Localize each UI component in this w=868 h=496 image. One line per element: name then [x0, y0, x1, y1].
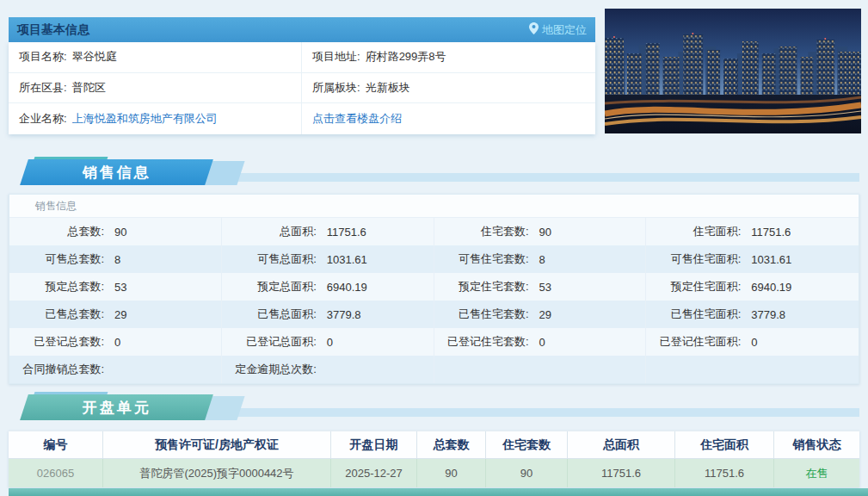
sales-cell: 住宅套数:90 [434, 218, 647, 245]
field-project-address: 项目地址: 府村路299弄8号 [301, 42, 595, 73]
sales-field-value: 90 [114, 226, 126, 239]
sales-field-label: 已登记总面积: [222, 334, 317, 350]
sales-cell: 预定总套数:53 [9, 273, 222, 301]
sales-field-value: 8 [114, 253, 120, 266]
opening-units-table: 编号 预售许可证/房地产权证 开盘日期 总套数 住宅套数 总面积 住宅面积 销售… [9, 431, 859, 487]
sales-field-value: 3779.8 [751, 308, 785, 321]
bottom-bar [9, 488, 868, 496]
sales-field-value: 8 [539, 253, 545, 266]
field-label: 企业名称: [19, 111, 67, 127]
sales-field-value: 53 [539, 281, 551, 294]
project-photo [605, 9, 861, 133]
sales-cell: 已售总套数:29 [9, 301, 222, 328]
sales-field-label: 已登记总套数: [9, 334, 104, 350]
field-block: 所属板块: 光新板块 [301, 73, 595, 104]
sales-cell: 预定住宅套数:53 [434, 273, 647, 301]
cityscape-image [605, 9, 861, 133]
sales-field-value: 90 [539, 226, 551, 239]
sales-info-table: 销售信息 总套数:90 总面积:11751.6 住宅套数:90 住宅面积:117… [9, 194, 859, 384]
opening-table-row: 026065 普陀房管(2025)预字0000442号 2025-12-27 9… [9, 459, 859, 487]
project-section-title: 项目基本信息 [17, 22, 89, 38]
project-info-header: 项目基本信息 地图定位 [9, 17, 595, 42]
header-cell-status: 销售状态 [774, 431, 859, 458]
sales-field-value: 53 [114, 281, 126, 294]
sales-row-total: 总套数:90 总面积:11751.6 住宅套数:90 住宅面积:11751.6 [9, 218, 859, 245]
cell-residential-units: 90 [486, 459, 568, 487]
sales-field-label: 预定住宅套数: [434, 279, 529, 294]
cell-total-area: 11751.6 [568, 459, 675, 487]
sales-field-label: 已售总面积: [222, 307, 317, 322]
sales-field-value: 6940.19 [751, 281, 791, 294]
cell-residential-area: 11751.6 [675, 459, 774, 487]
sales-field-label: 可售住宅面积: [646, 251, 741, 267]
sales-cell: 定金逾期总次数: [222, 356, 434, 383]
header-cell-date: 开盘日期 [331, 431, 417, 458]
header-cell-residential-area: 住宅面积 [675, 431, 774, 458]
sales-row-reserved: 预定总套数:53 预定总面积:6940.19 预定住宅套数:53 预定住宅面积:… [9, 273, 859, 301]
header-cell-residential-units: 住宅套数 [486, 431, 568, 458]
sales-cell: 可售总套数:8 [9, 245, 222, 273]
sales-cell: 总套数:90 [9, 218, 222, 245]
sales-cell [434, 356, 647, 383]
ribbon-line [211, 408, 859, 417]
map-locate-link[interactable]: 地图定位 [529, 22, 587, 38]
sales-field-label: 可售总面积: [222, 251, 317, 267]
sales-field-label: 已登记住宅面积: [646, 334, 741, 350]
map-pin-icon [529, 22, 539, 37]
cell-number: 026065 [9, 459, 103, 487]
field-project-name: 项目名称: 翠谷悦庭 [9, 42, 301, 73]
sales-section-banner: 销售信息 [9, 158, 859, 186]
field-value: 普陀区 [72, 80, 106, 96]
field-value: 光新板块 [366, 80, 410, 96]
sales-field-label: 已售住宅套数: [434, 307, 529, 322]
sales-cell: 合同撤销总套数: [9, 356, 222, 383]
sales-field-label: 合同撤销总套数: [9, 362, 104, 377]
sales-field-label: 总面积: [222, 224, 317, 239]
sales-field-label: 预定住宅面积: [646, 279, 741, 294]
sales-cell: 总面积:11751.6 [222, 218, 434, 245]
sales-field-value: 11751.6 [327, 226, 366, 239]
company-link[interactable]: 上海悦盈和筑房地产有限公司 [72, 111, 218, 127]
field-value: 翠谷悦庭 [72, 49, 117, 65]
sales-field-value: 29 [539, 308, 551, 321]
sales-row-registered: 已登记总套数:0 已登记总面积:0 已登记住宅套数:0 已登记住宅面积:0 [9, 328, 859, 356]
cell-permit: 普陀房管(2025)预字0000442号 [103, 459, 331, 487]
opening-banner-label-box: 开盘单元 [20, 394, 213, 420]
sales-cell: 已售总面积:3779.8 [222, 301, 434, 328]
field-intro: 点击查看楼盘介绍 [301, 103, 595, 134]
sales-field-label: 已售总套数: [9, 307, 104, 322]
header-cell-total-area: 总面积 [568, 431, 675, 458]
sales-field-value: 0 [114, 336, 120, 349]
sales-field-label: 已售住宅面积: [646, 307, 741, 322]
sales-field-label: 住宅套数: [434, 224, 529, 239]
sales-cell: 可售住宅面积:1031.61 [646, 245, 859, 273]
map-locate-label: 地图定位 [542, 22, 587, 38]
field-label: 项目名称: [19, 49, 67, 65]
header-cell-total-units: 总套数 [417, 431, 486, 458]
sales-cell: 已登记总套数:0 [9, 328, 222, 356]
project-info-table: 项目名称: 翠谷悦庭 项目地址: 府村路299弄8号 所在区县: 普陀区 所属板… [9, 42, 595, 134]
opening-banner-label: 开盘单元 [83, 398, 151, 418]
sales-field-value: 1031.61 [327, 253, 367, 266]
sales-banner-label-box: 销售信息 [20, 159, 213, 185]
cell-total-units: 90 [417, 459, 486, 487]
sales-cell: 已售住宅面积:3779.8 [646, 301, 859, 328]
sales-field-label: 可售总套数: [9, 251, 104, 267]
sales-cell: 已售住宅套数:29 [434, 301, 647, 328]
status-badge: 在售 [774, 459, 859, 487]
opening-table-header: 编号 预售许可证/房地产权证 开盘日期 总套数 住宅套数 总面积 住宅面积 销售… [9, 431, 859, 459]
sales-field-label: 可售住宅套数: [434, 251, 529, 267]
sales-cell [646, 356, 859, 383]
building-intro-link[interactable]: 点击查看楼盘介绍 [312, 111, 402, 127]
sales-field-value: 29 [114, 308, 126, 321]
sales-field-value: 0 [327, 336, 333, 349]
sales-field-label: 住宅面积: [646, 224, 741, 239]
sales-field-label: 预定总套数: [9, 279, 104, 294]
sales-banner-label: 销售信息 [83, 163, 151, 183]
sales-cell: 已登记住宅套数:0 [434, 328, 647, 356]
sales-field-label: 总套数: [9, 224, 104, 239]
sales-row-sold: 已售总套数:29 已售总面积:3779.8 已售住宅套数:29 已售住宅面积:3… [9, 301, 859, 328]
sales-field-label: 预定总面积: [222, 279, 317, 294]
header-cell-permit: 预售许可证/房地产权证 [103, 431, 331, 458]
field-label: 所在区县: [19, 80, 67, 96]
